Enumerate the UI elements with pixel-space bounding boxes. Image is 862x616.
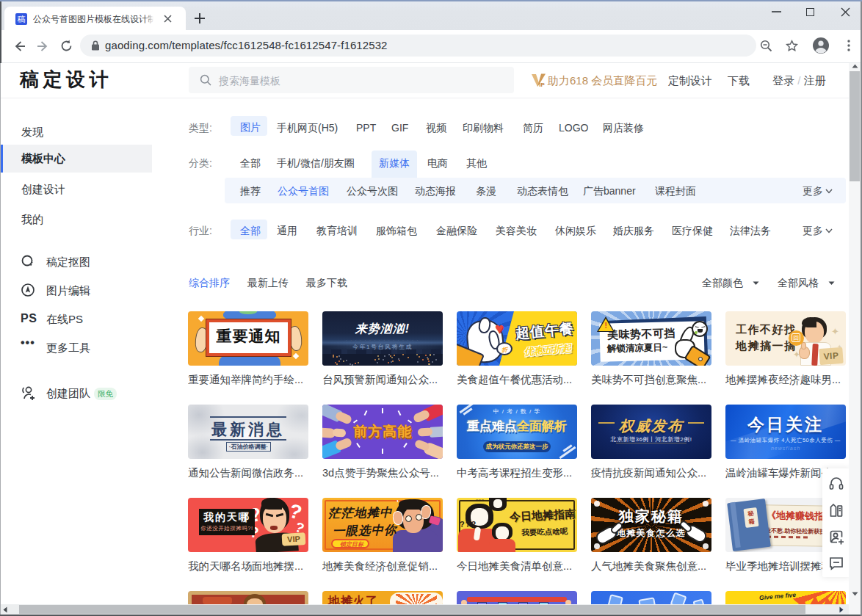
svg-text:IP: IP [539, 81, 545, 88]
